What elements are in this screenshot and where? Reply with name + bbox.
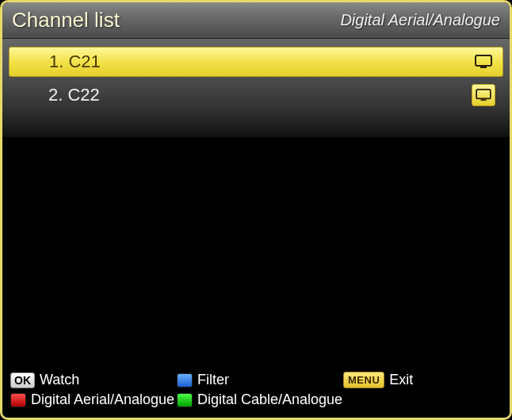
red-key-icon <box>10 393 26 407</box>
svg-rect-3 <box>480 99 486 101</box>
source-label: Digital Aerial/Analogue <box>340 11 500 29</box>
hint-ok-watch: OK Watch <box>10 372 177 388</box>
svg-rect-1 <box>480 67 487 68</box>
hint-blue-filter: Filter <box>177 372 343 388</box>
channel-row[interactable]: 2. C22 <box>9 80 503 110</box>
green-key-icon <box>177 393 193 407</box>
hint-label: Watch <box>40 372 79 388</box>
tv-icon <box>472 84 495 106</box>
hint-menu-exit: MENU Exit <box>343 372 413 388</box>
channel-label: 1. C21 <box>49 52 472 72</box>
hint-red-aerial: Digital Aerial/Analogue <box>10 391 177 408</box>
tv-icon <box>472 52 495 71</box>
svg-rect-0 <box>476 55 491 66</box>
ok-key-icon: OK <box>10 372 35 388</box>
footer-hints: OK Watch Filter MENU Exit Digital Aerial… <box>2 367 510 418</box>
page-title: Channel list <box>12 8 120 32</box>
header-bar: Channel list Digital Aerial/Analogue <box>2 2 510 39</box>
channel-row[interactable]: 1. C21 <box>9 47 503 77</box>
hint-green-cable: Digital Cable/Analogue <box>177 391 343 408</box>
hint-label: Digital Cable/Analogue <box>197 391 342 408</box>
channel-list-window: Channel list Digital Aerial/Analogue 1. … <box>0 0 512 420</box>
svg-rect-2 <box>476 90 491 99</box>
menu-key-icon: MENU <box>343 372 384 388</box>
channel-list: 1. C21 2. C22 <box>2 39 510 137</box>
hint-label: Digital Aerial/Analogue <box>31 391 174 408</box>
footer-row-2: Digital Aerial/Analogue Digital Cable/An… <box>10 391 502 408</box>
hint-label: Filter <box>197 372 229 388</box>
footer-row-1: OK Watch Filter MENU Exit <box>10 372 502 388</box>
empty-area <box>2 137 510 367</box>
hint-label: Exit <box>389 372 413 388</box>
blue-key-icon <box>177 373 193 388</box>
channel-label: 2. C22 <box>48 85 472 105</box>
